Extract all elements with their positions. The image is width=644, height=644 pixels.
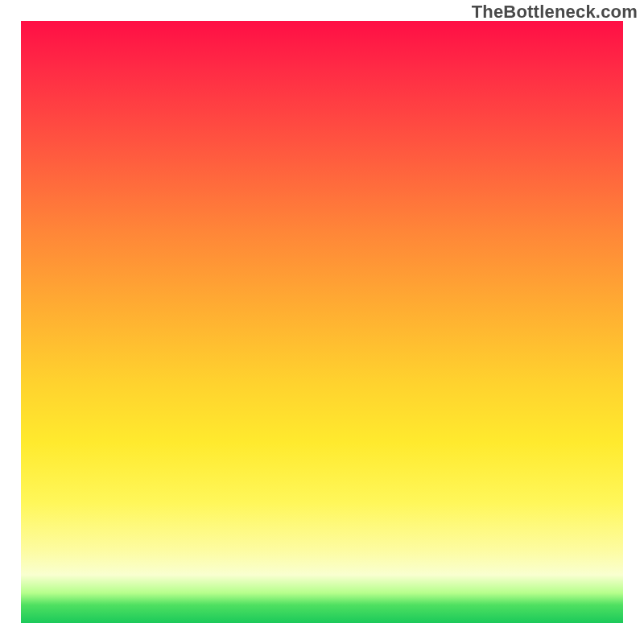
plot-area <box>21 21 623 623</box>
watermark-text: TheBottleneck.com <box>472 2 638 23</box>
chart-container: TheBottleneck.com <box>0 0 644 644</box>
gradient-background <box>21 21 623 623</box>
